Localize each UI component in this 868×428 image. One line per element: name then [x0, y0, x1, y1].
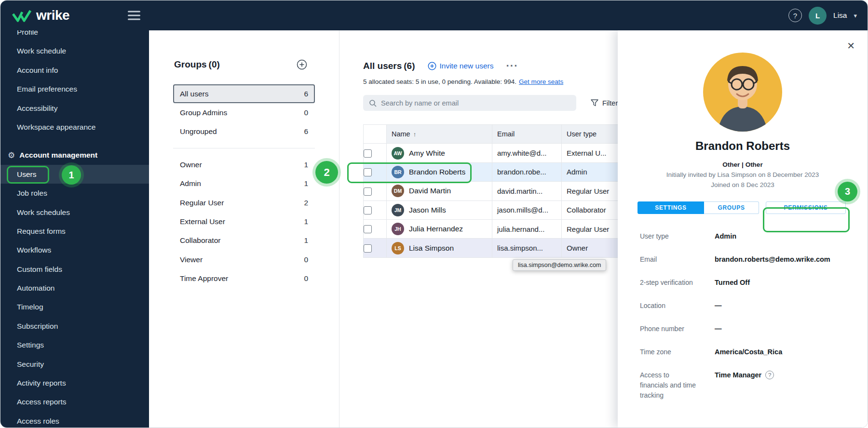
sort-ascending-icon: ↑	[413, 131, 417, 138]
tab-groups[interactable]: GROUPS	[704, 201, 759, 214]
role-item-regular-user[interactable]: Regular User 2	[173, 193, 315, 212]
user-avatar: LS	[392, 242, 404, 254]
sidebar-item-settings[interactable]: Settings	[0, 335, 149, 354]
column-header-name[interactable]: Name↑	[387, 125, 492, 144]
group-label: Ungrouped	[180, 127, 217, 136]
group-count: 6	[304, 90, 308, 98]
current-user-name[interactable]: Lisa	[833, 11, 847, 20]
get-more-seats-link[interactable]: Get more seats	[519, 78, 563, 85]
sidebar-nav: Profile Work schedule Account info Email…	[0, 30, 149, 428]
field-label: Phone number	[640, 324, 698, 334]
help-icon[interactable]: ?	[788, 9, 802, 22]
invite-new-users-button[interactable]: Invite new users	[428, 62, 494, 70]
user-name: David Martin	[409, 187, 451, 195]
sidebar-item-custom-fields[interactable]: Custom fields	[0, 260, 149, 279]
email-tooltip: lisa.simpson@demo.wrike.com	[513, 259, 606, 271]
sidebar-item-account-info[interactable]: Account info	[0, 61, 149, 80]
sidebar-item-request-forms[interactable]: Request forms	[0, 222, 149, 241]
field-location: Location —	[640, 301, 868, 311]
sidebar-item-email-preferences[interactable]: Email preferences	[0, 80, 149, 98]
sidebar-section-label: Account management	[19, 151, 97, 160]
sidebar-item-accessibility[interactable]: Accessibility	[0, 99, 149, 118]
column-header-user-type[interactable]: User type	[562, 125, 625, 144]
current-user-avatar[interactable]: L	[809, 7, 827, 25]
row-checkbox[interactable]	[364, 225, 372, 233]
user-details-panel: ✕ Brandon Roberts Other | Other Initiall…	[618, 30, 868, 428]
user-avatar: JM	[392, 204, 404, 216]
user-avatar: AW	[392, 147, 404, 160]
row-checkbox[interactable]	[364, 206, 372, 214]
help-icon[interactable]: ?	[765, 371, 774, 379]
row-checkbox[interactable]	[364, 244, 372, 253]
field-value: Time Manager ?	[715, 370, 868, 401]
column-header-email[interactable]: Email	[492, 125, 562, 144]
field-access-financials: Access to financials and time tracking T…	[640, 370, 868, 401]
menu-icon[interactable]	[128, 11, 140, 20]
users-title: All users(6)	[363, 59, 415, 72]
tab-settings[interactable]: SETTINGS	[637, 201, 704, 214]
user-photo	[703, 53, 782, 132]
row-checkbox[interactable]	[364, 149, 372, 158]
user-avatar: DM	[392, 185, 404, 197]
group-item-all-users[interactable]: All users 6	[173, 84, 315, 103]
search-box[interactable]	[363, 95, 576, 111]
field-time-zone: Time zone America/Costa_Rica	[640, 347, 868, 357]
topbar-right: ? L Lisa ▾	[788, 7, 857, 25]
sidebar-item-timelog[interactable]: Timelog	[0, 297, 149, 316]
tab-permissions[interactable]: PERMISSIONS	[766, 201, 846, 214]
field-phone-number: Phone number —	[640, 324, 868, 334]
add-group-button[interactable]	[297, 59, 307, 70]
sidebar-item-automation[interactable]: Automation	[0, 279, 149, 297]
sidebar-item-work-schedules[interactable]: Work schedules	[0, 203, 149, 222]
role-item-external-user[interactable]: External User 1	[173, 212, 315, 231]
sidebar-item-job-roles[interactable]: Job roles	[0, 184, 149, 202]
field-user-type: User type Admin	[640, 231, 868, 241]
plus-circle-icon	[297, 59, 307, 70]
groups-panel: Groups(0) All users 6 Group Admins 0 Ung…	[149, 30, 339, 428]
role-label: Time Approver	[180, 274, 228, 283]
role-item-collaborator[interactable]: Collaborator 1	[173, 231, 315, 250]
sidebar-item-work-schedule[interactable]: Work schedule	[0, 41, 149, 60]
role-item-viewer[interactable]: Viewer 0	[173, 250, 315, 269]
sidebar-item-access-reports[interactable]: Access reports	[0, 392, 149, 411]
role-item-time-approver[interactable]: Time Approver 0	[173, 269, 315, 288]
role-item-admin[interactable]: Admin 1	[173, 174, 315, 193]
checkbox-column-header	[364, 125, 387, 144]
users-count: (6)	[404, 61, 415, 71]
role-count: 1	[304, 160, 308, 169]
group-label: Group Admins	[180, 108, 227, 117]
cell-email: jason.mills@d...	[492, 201, 562, 219]
sidebar-item-access-roles[interactable]: Access roles	[0, 412, 149, 428]
group-item-group-admins[interactable]: Group Admins 0	[173, 103, 315, 122]
gear-icon: ⚙	[8, 150, 15, 160]
sidebar-section-account-management: ⚙ Account management	[0, 146, 149, 164]
user-name: Julia Hernandez	[409, 225, 463, 233]
close-icon[interactable]: ✕	[847, 40, 855, 52]
field-label: Location	[640, 301, 698, 311]
sidebar-item-users[interactable]: Users	[0, 165, 149, 184]
field-label: Email	[640, 254, 698, 265]
sidebar-item-security[interactable]: Security	[0, 355, 149, 374]
user-fields: User type Admin Email brandon.roberts@de…	[640, 231, 868, 401]
role-item-owner[interactable]: Owner 1	[173, 155, 315, 174]
wrike-logo[interactable]: wrike	[12, 8, 69, 23]
chevron-down-icon[interactable]: ▾	[854, 12, 857, 19]
sidebar-item-activity-reports[interactable]: Activity reports	[0, 374, 149, 392]
filters-button[interactable]: Filters	[591, 99, 621, 107]
search-input[interactable]	[381, 99, 570, 107]
field-value: Turned Off	[715, 278, 868, 288]
top-bar: wrike ? L Lisa ▾	[0, 0, 868, 30]
sidebar-item-workspace-appearance[interactable]: Workspace appearance	[0, 118, 149, 136]
sidebar-item-subscription[interactable]: Subscription	[0, 317, 149, 335]
role-count: 0	[304, 255, 308, 264]
field-value: —	[715, 301, 868, 311]
group-item-ungrouped[interactable]: Ungrouped 6	[173, 122, 315, 141]
sidebar-item-workflows[interactable]: Workflows	[0, 241, 149, 259]
row-checkbox[interactable]	[364, 187, 372, 196]
role-label: Collaborator	[180, 236, 220, 245]
sidebar-item-profile[interactable]: Profile	[0, 30, 149, 41]
row-checkbox[interactable]	[364, 168, 372, 176]
search-icon	[369, 99, 377, 107]
more-options-icon[interactable]: ···	[506, 63, 518, 69]
user-full-name: Brandon Roberts	[618, 139, 868, 153]
